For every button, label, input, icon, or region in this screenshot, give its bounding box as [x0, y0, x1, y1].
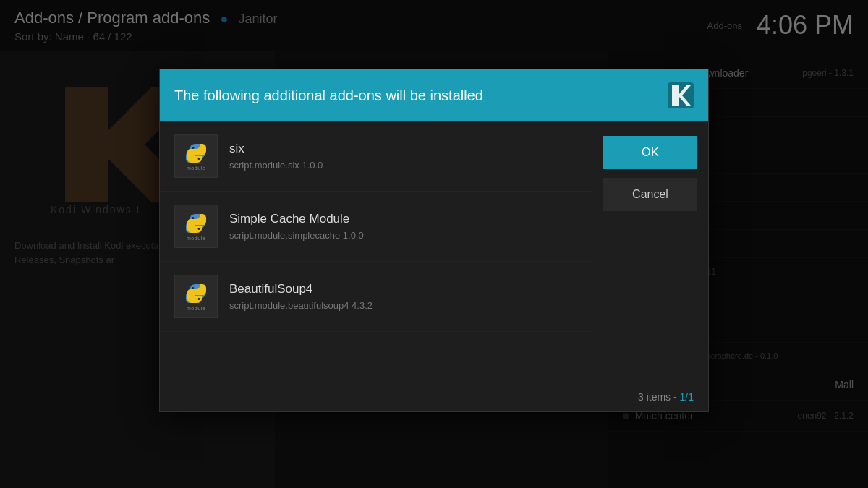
addon-icon: module [174, 134, 218, 178]
modal-title: The following additional add-ons will be… [174, 87, 483, 104]
addon-install-list: module six script.module.six 1.0.0 [160, 121, 592, 382]
ok-button[interactable]: OK [603, 136, 697, 169]
addon-id: script.module.beautifulsoup4 4.3.2 [229, 300, 577, 311]
addon-id: script.module.simplecache 1.0.0 [229, 230, 577, 241]
page-indicator: 1/1 [680, 391, 694, 403]
cancel-button[interactable]: Cancel [603, 178, 697, 211]
list-item: module six script.module.six 1.0.0 [160, 121, 592, 192]
python-icon: module [175, 205, 217, 247]
addon-icon: module [174, 275, 218, 318]
modal-body: module six script.module.six 1.0.0 [160, 121, 708, 382]
addon-name: six [229, 142, 577, 156]
python-icon: module [175, 275, 217, 317]
addon-name: BeautifulSoup4 [229, 282, 577, 296]
python-icon: module [175, 135, 217, 177]
addon-name: Simple Cache Module [229, 212, 577, 226]
modal-dialog: The following additional add-ons will be… [159, 69, 709, 412]
python-label: module [187, 166, 205, 171]
python-label: module [187, 236, 205, 241]
addon-icon: module [174, 205, 218, 248]
python-label: module [187, 306, 205, 311]
list-item: module BeautifulSoup4 script.module.beau… [160, 262, 592, 332]
modal-actions: OK Cancel [592, 121, 708, 382]
addon-info: BeautifulSoup4 script.module.beautifulso… [229, 282, 577, 311]
modal-header: The following additional add-ons will be… [160, 69, 708, 121]
modal-overlay: The following additional add-ons will be… [0, 0, 868, 488]
addon-id: script.module.six 1.0.0 [229, 160, 577, 171]
list-item: module Simple Cache Module script.module… [160, 192, 592, 262]
kodi-icon [668, 82, 694, 108]
addon-info: six script.module.six 1.0.0 [229, 142, 577, 171]
modal-footer: 3 items - 1/1 [160, 382, 708, 411]
addon-info: Simple Cache Module script.module.simple… [229, 212, 577, 241]
footer-sep: - [673, 391, 680, 403]
item-count: 3 items [638, 391, 671, 403]
